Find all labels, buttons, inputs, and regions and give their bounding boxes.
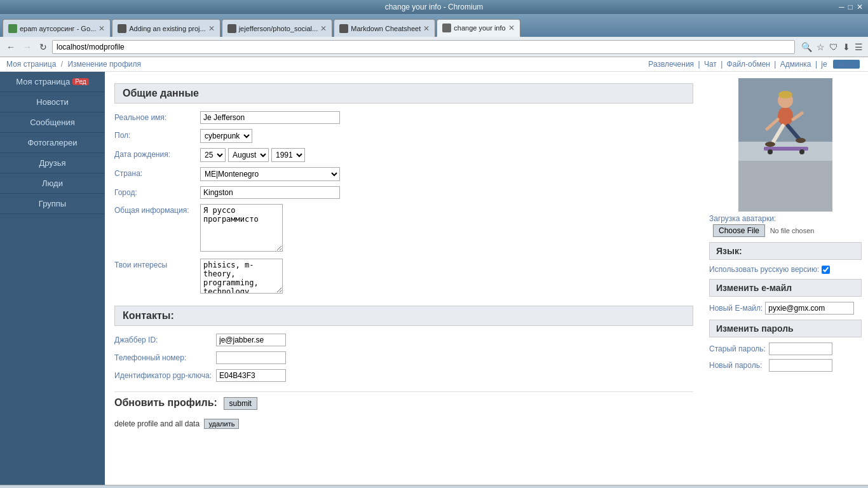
sidebar-label-mypage: Моя страница — [16, 77, 70, 86]
nav-user[interactable]: je — [821, 60, 827, 69]
phone-input[interactable] — [216, 351, 286, 364]
use-russian-checkbox[interactable] — [822, 266, 830, 274]
pgp-input[interactable] — [216, 369, 286, 382]
sidebar-item-friends[interactable]: Друзья — [0, 153, 105, 173]
logout-button[interactable]: logout — [833, 60, 860, 69]
choose-file-button[interactable]: Choose File — [713, 224, 765, 237]
jabber-row: Джаббер ID: — [114, 334, 693, 346]
old-password-input[interactable] — [769, 342, 832, 355]
delete-row: delete profile and all data удалить — [114, 419, 693, 429]
pgp-label: Идентификатор pgp-ключа: — [114, 369, 216, 380]
tab-adding[interactable]: Adding an existing proj... ✕ — [112, 19, 220, 37]
real-name-input[interactable] — [200, 111, 340, 124]
nav-fileexchange[interactable]: Файл-обмен — [727, 60, 770, 69]
contacts-section-header: Контакты: — [114, 306, 693, 326]
sidebar-label-friends: Друзья — [39, 158, 65, 168]
window-controls[interactable]: ─ □ ✕ — [839, 3, 863, 11]
breadcrumb-home[interactable]: Моя страница — [6, 60, 56, 69]
tab-label-adding: Adding an existing proj... — [129, 25, 205, 32]
phone-label: Телефонный номер: — [114, 351, 216, 362]
sidebar-label-photo: Фотогалереи — [27, 138, 77, 147]
back-button[interactable]: ← — [4, 41, 18, 53]
minimize-btn[interactable]: ─ — [839, 3, 844, 11]
nav-entertainment[interactable]: Развлечения — [648, 60, 694, 69]
close-btn[interactable]: ✕ — [857, 3, 863, 11]
breadcrumb: Моя страница / Изменение профиля — [6, 60, 141, 69]
sidebar-item-people[interactable]: Люди — [0, 173, 105, 194]
tab-close-epam[interactable]: ✕ — [98, 24, 105, 33]
maximize-btn[interactable]: □ — [848, 3, 853, 11]
delete-text: delete profile and all data — [114, 419, 200, 428]
download-icon[interactable]: ⬇ — [841, 41, 851, 53]
svg-point-3 — [778, 107, 793, 126]
real-name-field — [200, 111, 693, 124]
sidebar-item-photo[interactable]: Фотогалереи — [0, 133, 105, 153]
sidebar-item-news[interactable]: Новости — [0, 92, 105, 112]
nav-admin[interactable]: Админка — [780, 60, 811, 69]
tab-change-info[interactable]: change your info ✕ — [437, 19, 520, 37]
titlebar: change your info - Chromium ─ □ ✕ — [0, 0, 868, 14]
interests-field: phisics, m-theory, programming, technolo… — [200, 259, 693, 295]
city-row: Город: — [114, 186, 693, 199]
main-content: Общие данные Реальное имя: Пол: cyberpun… — [105, 72, 703, 485]
about-textarea[interactable]: Я руссо программисто — [200, 204, 283, 252]
browser-content: Моя страница / Изменение профиля Развлеч… — [0, 57, 868, 488]
gender-select[interactable]: cyberpunk male female — [200, 129, 252, 143]
new-password-row: Новый пароль: — [709, 359, 862, 372]
old-password-label: Старый пароль: — [709, 344, 766, 353]
country-field: ME|Montenegro — [200, 167, 693, 181]
sidebar: Моя страница Ред Новости Сообщения Фотог… — [0, 72, 105, 485]
bookmark-icon[interactable]: ☆ — [815, 41, 826, 53]
tab-epam[interactable]: epam аутсорсинг - Go... ✕ — [3, 19, 111, 37]
delete-button[interactable]: удалить — [204, 419, 239, 429]
right-panel: Загрузка аватарки: Choose File No file c… — [703, 72, 868, 485]
tab-close-adding[interactable]: ✕ — [208, 24, 215, 33]
tab-label-epam: epam аутсорсинг - Go... — [20, 25, 96, 32]
jabber-input[interactable] — [216, 334, 286, 346]
city-field — [200, 186, 693, 199]
contacts-title: Контакты: — [123, 310, 174, 321]
gender-label: Пол: — [114, 129, 200, 140]
tab-markdown[interactable]: Markdown Cheatsheet ✕ — [334, 19, 435, 37]
top-nav: Развлечения | Чат | Файл-обмен | Админка… — [646, 60, 862, 69]
dob-year-select[interactable]: 1991 — [271, 148, 305, 162]
forward-button[interactable]: → — [20, 41, 34, 53]
general-title: Общие данные — [123, 88, 199, 98]
nav-chat[interactable]: Чат — [704, 60, 717, 69]
update-label: Обновить профиль: — [114, 397, 217, 408]
about-label: Общая информация: — [114, 204, 200, 215]
tab-jejefferson[interactable]: jejefferson/photo_social... ✕ — [222, 19, 333, 37]
use-russian-label: Использовать русскую версию: — [709, 265, 819, 274]
sidebar-label-news: Новости — [36, 97, 68, 107]
dob-month-select[interactable]: August — [228, 148, 269, 162]
search-icon[interactable]: 🔍 — [800, 41, 813, 53]
reload-button[interactable]: ↻ — [37, 41, 50, 53]
dob-day-select[interactable]: 25 — [200, 148, 226, 162]
svg-rect-1 — [738, 154, 832, 212]
sidebar-item-mypage[interactable]: Моя страница Ред — [0, 72, 105, 92]
menu-icon[interactable]: ☰ — [853, 41, 864, 53]
sidebar-item-messages[interactable]: Сообщения — [0, 112, 105, 133]
sidebar-label-messages: Сообщения — [30, 118, 75, 127]
tab-close-jejefferson[interactable]: ✕ — [320, 24, 327, 33]
country-select[interactable]: ME|Montenegro — [200, 167, 340, 181]
gender-field: cyberpunk male female — [200, 129, 693, 143]
tab-close-change-info[interactable]: ✕ — [508, 24, 515, 32]
city-input[interactable] — [200, 186, 340, 199]
svg-point-5 — [778, 91, 792, 98]
breadcrumb-current: Изменение профиля — [67, 60, 141, 69]
sidebar-item-groups[interactable]: Группы — [0, 194, 105, 214]
interests-textarea[interactable]: phisics, m-theory, programming, technolo… — [200, 259, 283, 294]
tab-label-change-info: change your info — [454, 24, 505, 32]
language-section: Язык: — [709, 242, 862, 260]
about-row: Общая информация: Я руссо программисто — [114, 204, 693, 254]
shield-icon: 🛡 — [828, 41, 839, 53]
new-email-label: Новый Е-майл: — [709, 304, 763, 313]
tab-close-markdown[interactable]: ✕ — [423, 24, 430, 33]
sidebar-label-people: Люди — [42, 179, 63, 188]
url-input[interactable]: localhost/modprofile — [52, 40, 795, 54]
new-password-input[interactable] — [769, 359, 832, 372]
change-password-title: Изменить пароль — [716, 323, 794, 334]
new-email-input[interactable] — [765, 302, 854, 315]
submit-button[interactable]: submit — [224, 397, 257, 410]
